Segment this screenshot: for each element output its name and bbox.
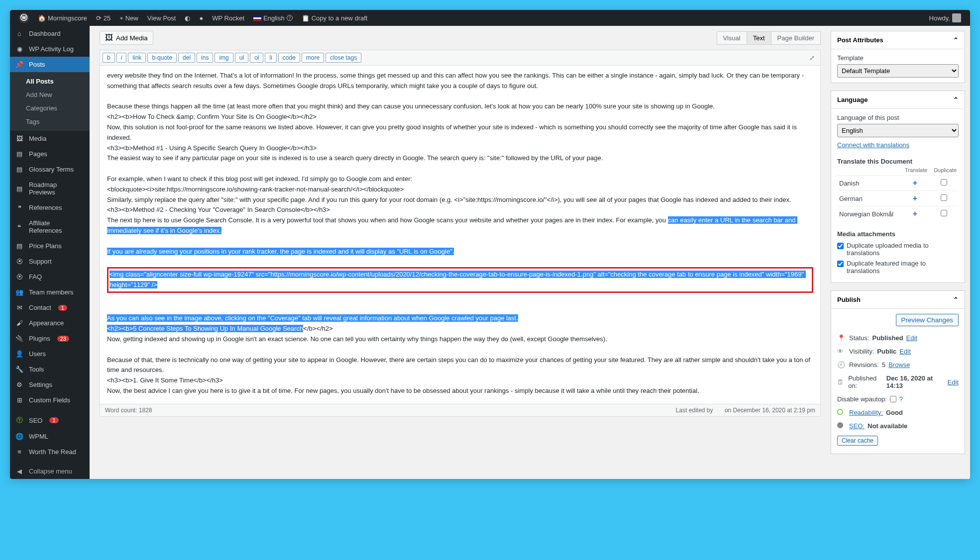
menu-custom-fields[interactable]: ⊞Custom Fields xyxy=(10,392,90,408)
readability-link[interactable]: Readability: xyxy=(849,409,883,416)
metabox-post-attributes-header[interactable]: Post Attributes⌃ xyxy=(831,31,965,49)
media-attachments-label: Media attachments xyxy=(837,230,959,238)
qt-bquote[interactable]: b-quote xyxy=(147,53,177,63)
updates-count[interactable]: ⟳ 25 xyxy=(92,14,114,22)
preview-changes-button[interactable]: Preview Changes xyxy=(896,314,959,326)
qt-close-tags[interactable]: close tags xyxy=(326,53,361,63)
calendar-icon: 🗓 xyxy=(837,378,845,386)
menu-users[interactable]: 👤Users xyxy=(10,346,90,362)
qt-li[interactable]: li xyxy=(265,53,276,63)
duplicate-german-checkbox[interactable] xyxy=(941,194,947,201)
menu-plugins[interactable]: 🔌Plugins23 xyxy=(10,331,90,346)
metabox-post-attributes: Post Attributes⌃ Template Default Templa… xyxy=(831,31,965,83)
menu-team[interactable]: 👥Team members xyxy=(10,284,90,300)
wp-rocket[interactable]: WP Rocket xyxy=(208,14,248,22)
yoast-icon[interactable]: ◐ xyxy=(181,14,194,22)
menu-affiliate-refs[interactable]: ❝Affiliate References xyxy=(10,215,90,238)
menu-pages[interactable]: ▤Pages xyxy=(10,146,90,162)
edit-status-link[interactable]: Edit xyxy=(906,334,917,342)
copy-to-draft[interactable]: 📋 Copy to a new draft xyxy=(298,14,372,22)
quicktags-toolbar: b i link b-quote del ins img ul ol li co… xyxy=(100,50,820,66)
qt-more[interactable]: more xyxy=(302,53,324,63)
revisions-icon: 🕘 xyxy=(837,361,846,369)
template-select[interactable]: Default Template xyxy=(837,64,959,78)
qt-ins[interactable]: ins xyxy=(197,53,213,63)
fullscreen-icon[interactable]: ⤢ xyxy=(806,53,818,63)
text-editor[interactable]: every website they find on the Internet.… xyxy=(100,66,820,404)
browse-revisions-link[interactable]: Browse xyxy=(888,361,910,369)
menu-faq[interactable]: ⦿FAQ xyxy=(10,269,90,284)
translate-german-add[interactable]: + xyxy=(900,191,929,206)
tab-visual[interactable]: Visual xyxy=(717,31,747,45)
menu-glossary[interactable]: ▤Glossary Terms xyxy=(10,162,90,177)
misc-icon[interactable]: ● xyxy=(195,14,207,22)
clear-cache-button[interactable]: Clear cache xyxy=(837,436,878,446)
menu-dashboard[interactable]: ⌂Dashboard xyxy=(10,26,90,41)
lang-row-norwegian: Norwegian Bokmål xyxy=(837,206,900,222)
menu-seo[interactable]: ⓎSEO1 xyxy=(10,412,90,429)
metabox-language: Language⌃ Language of this post English … xyxy=(831,91,965,283)
editor-tabs: Visual Text Page Builder xyxy=(717,31,821,45)
add-media-button[interactable]: 🖼Add Media xyxy=(100,31,153,45)
submenu-add-new[interactable]: Add New xyxy=(10,88,90,101)
howdy-user[interactable]: Howdy, xyxy=(925,13,965,22)
menu-activity-log[interactable]: ◉WP Activity Log xyxy=(10,41,90,57)
menu-settings[interactable]: ⚙Settings xyxy=(10,377,90,392)
edit-visibility-link[interactable]: Edit xyxy=(899,348,910,355)
connect-translations-link[interactable]: Connect with translations xyxy=(837,141,909,149)
metabox-language-header[interactable]: Language⌃ xyxy=(831,91,965,109)
chevron-up-icon: ⌃ xyxy=(953,96,959,103)
menu-tools[interactable]: 🔧Tools xyxy=(10,362,90,377)
qt-ol[interactable]: ol xyxy=(250,53,263,63)
qt-del[interactable]: del xyxy=(178,53,195,63)
translate-danish-add[interactable]: + xyxy=(900,176,929,191)
col-duplicate: Duplicate xyxy=(929,165,959,176)
wp-logo[interactable]: ⓦ xyxy=(15,13,33,23)
help-icon[interactable]: ? xyxy=(899,395,903,403)
collapse-menu[interactable]: ◀Collapse menu xyxy=(10,464,90,479)
admin-sidebar: ⌂Dashboard ◉WP Activity Log 📌Posts All P… xyxy=(10,26,90,479)
qt-ul[interactable]: ul xyxy=(235,53,248,63)
tab-page-builder[interactable]: Page Builder xyxy=(771,31,821,45)
menu-roadmap[interactable]: ▤Roadmap Previews xyxy=(10,177,90,200)
lang-row-danish: Danish xyxy=(837,176,900,191)
qt-code[interactable]: code xyxy=(278,53,300,63)
duplicate-uploaded-checkbox[interactable] xyxy=(837,243,844,249)
submenu-tags[interactable]: Tags xyxy=(10,115,90,128)
tab-text[interactable]: Text xyxy=(747,31,771,45)
menu-posts[interactable]: 📌Posts xyxy=(10,57,90,72)
duplicate-featured-checkbox[interactable] xyxy=(837,261,844,267)
seo-link[interactable]: SEO: xyxy=(849,422,865,430)
editor-statusbar: Word count: 1828 Last edited by on Decem… xyxy=(100,404,820,416)
duplicate-danish-checkbox[interactable] xyxy=(941,179,947,186)
language-select[interactable]: English xyxy=(837,124,959,137)
menu-worth-read[interactable]: ≡Worth The Read xyxy=(10,444,90,460)
menu-contact[interactable]: ✉Contact1 xyxy=(10,300,90,315)
qt-img[interactable]: img xyxy=(215,53,233,63)
seo-icon xyxy=(837,422,846,430)
wp-adminbar: ⓦ 🏠 Morningscore ⟳ 25 + New View Post ◐ … xyxy=(10,10,970,26)
view-post[interactable]: View Post xyxy=(143,14,180,22)
new-content[interactable]: + New xyxy=(115,14,142,22)
readability-icon xyxy=(837,409,846,416)
submenu-all-posts[interactable]: All Posts xyxy=(10,75,90,88)
qt-i[interactable]: i xyxy=(116,53,127,63)
qt-link[interactable]: link xyxy=(128,53,146,63)
menu-media[interactable]: 🖼Media xyxy=(10,131,90,146)
template-label: Template xyxy=(837,54,959,62)
site-name[interactable]: 🏠 Morningscore xyxy=(34,14,91,22)
duplicate-norwegian-checkbox[interactable] xyxy=(941,210,947,216)
submenu-categories[interactable]: Categories xyxy=(10,101,90,115)
qt-b[interactable]: b xyxy=(103,53,115,63)
language-switcher[interactable]: English ? xyxy=(249,14,297,22)
edit-date-link[interactable]: Edit xyxy=(948,378,959,386)
menu-wpml[interactable]: 🌐WPML xyxy=(10,429,90,444)
translate-norwegian-add[interactable]: + xyxy=(900,206,929,222)
disable-wpautop-checkbox[interactable] xyxy=(890,396,896,402)
menu-price-plans[interactable]: ▤Price Plans xyxy=(10,238,90,254)
menu-appearance[interactable]: 🖌Appearance xyxy=(10,315,90,331)
pin-icon: 📍 xyxy=(837,334,846,342)
metabox-publish-header[interactable]: Publish⌃ xyxy=(831,291,965,309)
menu-references[interactable]: ❝References xyxy=(10,200,90,215)
menu-support[interactable]: ⦿Support xyxy=(10,254,90,269)
